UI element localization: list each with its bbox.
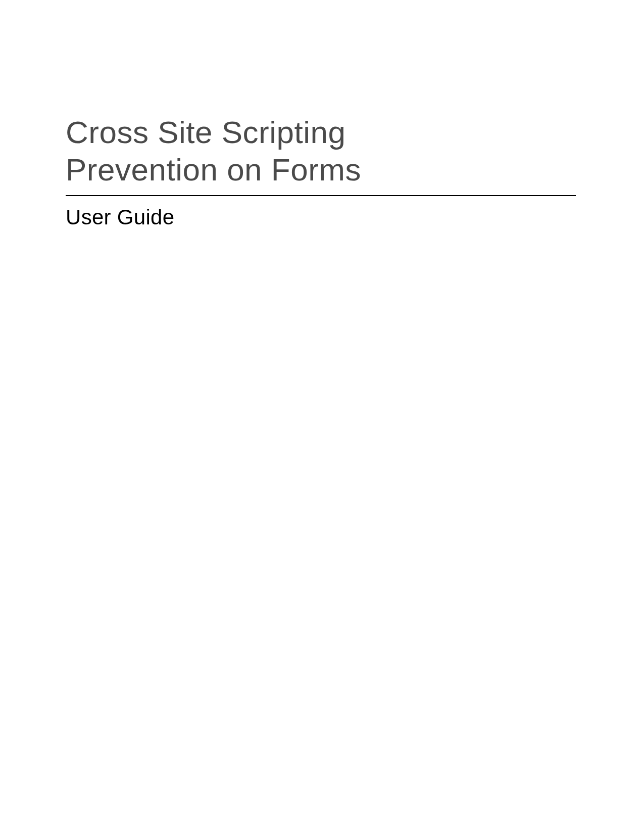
document-subtitle: User Guide	[66, 205, 576, 229]
cover-page: Cross Site Scripting Prevention on Forms…	[66, 114, 576, 229]
title-line-1: Cross Site Scripting	[66, 115, 345, 150]
title-divider	[66, 195, 576, 196]
title-line-2: Prevention on Forms	[66, 152, 361, 187]
document-title: Cross Site Scripting Prevention on Forms	[66, 114, 576, 189]
